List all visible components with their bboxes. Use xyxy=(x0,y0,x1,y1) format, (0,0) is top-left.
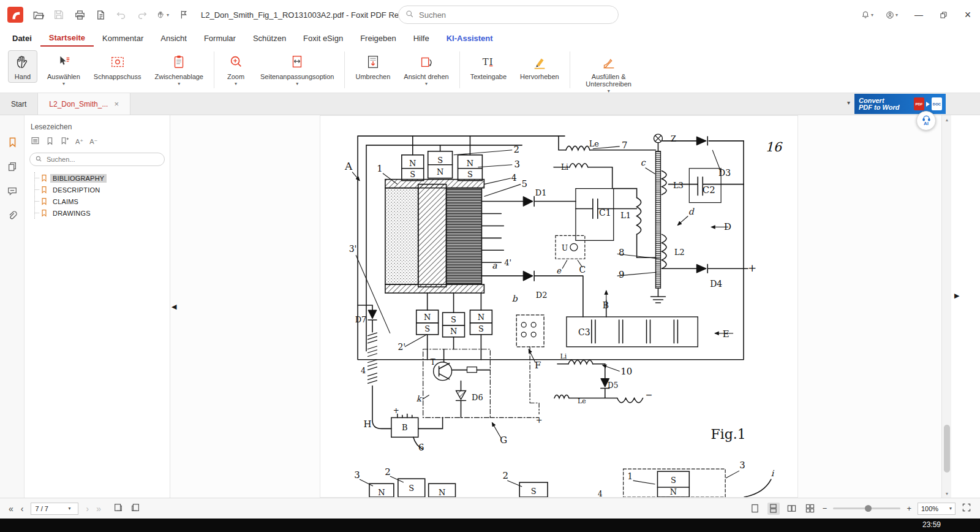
tool-ansicht-drehen[interactable]: Ansicht drehen ▾ xyxy=(400,50,452,89)
font-decrease-icon[interactable]: A⁻ xyxy=(89,138,97,146)
page-number-box[interactable]: ▾ xyxy=(31,503,78,515)
chevron-down-icon[interactable]: ▾ xyxy=(68,506,70,511)
zoom-level-value: 100% xyxy=(921,505,938,512)
chevron-down-icon[interactable]: ▾ xyxy=(949,506,952,511)
pdf-page[interactable]: 16A12345Le7LiZcD3L3C2dDC1L18L29D4+UeCa4'… xyxy=(320,115,798,498)
ai-assistant-badge[interactable]: AI xyxy=(916,111,936,131)
clipboard-icon xyxy=(171,53,187,71)
tool-seitenanpassung[interactable]: Seitenanpassungsoption ▾ xyxy=(257,50,337,89)
figure-label: S xyxy=(531,487,537,496)
menu-ansicht[interactable]: Ansicht xyxy=(152,29,195,47)
restore-button[interactable] xyxy=(931,0,956,29)
save-button[interactable] xyxy=(53,9,65,21)
bookmark-item-drawings[interactable]: DRAWINGS xyxy=(35,207,170,219)
menu-foxit-esign[interactable]: Foxit eSign xyxy=(295,29,352,47)
previous-page-icon[interactable]: ‹ xyxy=(21,504,24,513)
chevron-down-icon[interactable]: ▾ xyxy=(178,82,180,86)
scroll-down-icon[interactable]: ▼ xyxy=(942,489,952,498)
figure-label: 6 xyxy=(418,442,424,453)
tab-overflow-caret-icon[interactable]: ▾ xyxy=(847,99,850,106)
flag-icon[interactable] xyxy=(178,9,190,21)
tool-label: Auswählen xyxy=(47,73,80,80)
tool-schnappschuss[interactable]: Schnappschuss xyxy=(90,50,145,83)
account-avatar-icon[interactable]: ▾ xyxy=(886,9,898,21)
tab-document[interactable]: L2_Don_Smith_... × xyxy=(38,93,130,115)
scrollbar-thumb[interactable] xyxy=(944,425,950,473)
tool-umbrechen[interactable]: Umbrechen xyxy=(352,50,394,83)
single-page-view-icon[interactable] xyxy=(749,503,761,515)
bookmark-item-claims[interactable]: CLAIMS xyxy=(35,196,170,207)
expand-right-panel-handle[interactable]: ▶ xyxy=(954,292,959,300)
tool-zoom[interactable]: Zoom ▾ xyxy=(221,50,251,89)
redo-button[interactable] xyxy=(136,9,148,21)
attachments-panel-icon[interactable] xyxy=(0,203,24,228)
minimize-button[interactable]: — xyxy=(907,0,931,29)
scroll-up-icon[interactable]: ▲ xyxy=(942,115,952,124)
search-input[interactable] xyxy=(418,10,601,20)
hand-tool-quick-button[interactable]: ▾ xyxy=(157,9,169,21)
fullscreen-icon[interactable] xyxy=(962,503,971,515)
font-increase-icon[interactable]: A⁺ xyxy=(75,138,83,146)
convert-pdf-banner[interactable]: Convert PDF to Word PDF DOC xyxy=(854,94,946,114)
menu-freigeben[interactable]: Freigeben xyxy=(352,29,405,47)
first-page-icon[interactable]: « xyxy=(9,504,13,513)
grid-view-icon[interactable] xyxy=(804,503,816,515)
bookmark-item-description[interactable]: DESCRIPTION xyxy=(35,184,170,196)
global-search[interactable] xyxy=(398,6,619,24)
continuous-view-icon[interactable] xyxy=(767,503,780,515)
bookmarks-panel-icon[interactable] xyxy=(0,130,24,154)
chevron-down-icon[interactable]: ▾ xyxy=(235,82,237,86)
zoom-in-icon[interactable]: + xyxy=(907,504,911,513)
menu-hilfe[interactable]: Hilfe xyxy=(405,29,438,47)
zoom-slider[interactable] xyxy=(833,507,900,509)
zoom-out-icon[interactable]: − xyxy=(823,504,827,513)
page-number-input[interactable] xyxy=(34,504,68,513)
tool-hervorheben[interactable]: Hervorheben xyxy=(516,50,563,83)
pages-panel-icon[interactable] xyxy=(0,154,24,179)
chevron-down-icon[interactable]: ▾ xyxy=(296,82,298,86)
tool-texteingabe[interactable]: TI Texteingabe xyxy=(467,50,510,83)
bookmark-icon[interactable] xyxy=(46,137,54,148)
tool-auswaehlen[interactable]: Auswählen ▾ xyxy=(43,50,84,89)
menu-startseite[interactable]: Startseite xyxy=(40,29,94,47)
menu-schuetzen[interactable]: Schützen xyxy=(244,29,295,47)
chevron-down-icon[interactable]: ▾ xyxy=(871,12,873,18)
figure-label: 3 xyxy=(739,460,745,471)
chevron-down-icon[interactable]: ▾ xyxy=(895,12,898,18)
vertical-scrollbar[interactable]: ▲ ▼ xyxy=(941,115,951,498)
last-page-icon[interactable]: » xyxy=(96,504,101,513)
comments-panel-icon[interactable] xyxy=(0,179,24,203)
next-page-icon[interactable]: › xyxy=(86,504,89,513)
open-file-button[interactable] xyxy=(32,9,44,21)
tab-start[interactable]: Start xyxy=(0,93,38,115)
menu-ki-assistent[interactable]: KI-Assistent xyxy=(438,29,502,47)
chevron-down-icon[interactable]: ▾ xyxy=(167,12,169,18)
menu-datei[interactable]: Datei xyxy=(4,29,40,47)
tool-hand[interactable]: Hand xyxy=(8,50,37,83)
panel-menu-icon[interactable] xyxy=(31,136,40,148)
zoom-level-select[interactable]: 100% ▾ xyxy=(918,503,956,515)
print-preview-button[interactable] xyxy=(94,9,107,21)
tool-zwischenablage[interactable]: Zwischenablage ▾ xyxy=(151,50,208,89)
menu-formular[interactable]: Formular xyxy=(195,29,244,47)
tool-ausfuellen-unterschreiben[interactable]: Ausfüllen & Unterschreiben ▾ xyxy=(577,50,641,96)
notifications-bell-icon[interactable]: ▾ xyxy=(861,9,873,21)
zoom-slider-thumb[interactable] xyxy=(865,505,872,512)
tab-close-icon[interactable]: × xyxy=(114,99,119,108)
bookmark-add-icon[interactable] xyxy=(60,137,69,148)
bookmark-search-input[interactable] xyxy=(45,155,149,164)
menu-kommentar[interactable]: Kommentar xyxy=(94,29,152,47)
print-button[interactable] xyxy=(74,9,86,21)
next-view-icon[interactable] xyxy=(130,503,140,515)
chevron-down-icon[interactable]: ▾ xyxy=(62,82,65,86)
bookmark-item-bibliography[interactable]: BIBLIOGRAPHY xyxy=(35,172,170,184)
chevron-down-icon[interactable]: ▾ xyxy=(425,82,428,86)
document-area[interactable]: 16A12345Le7LiZcD3L3C2dDC1L18L29D4+UeCa4'… xyxy=(170,115,941,498)
collapse-panel-handle[interactable]: ◀ xyxy=(172,303,176,311)
previous-view-icon[interactable] xyxy=(113,503,123,515)
close-button[interactable]: × xyxy=(956,0,980,29)
facing-view-icon[interactable] xyxy=(786,503,798,515)
bookmark-search[interactable] xyxy=(29,153,165,166)
figure-label: 4' xyxy=(504,258,511,267)
undo-button[interactable] xyxy=(115,9,127,21)
